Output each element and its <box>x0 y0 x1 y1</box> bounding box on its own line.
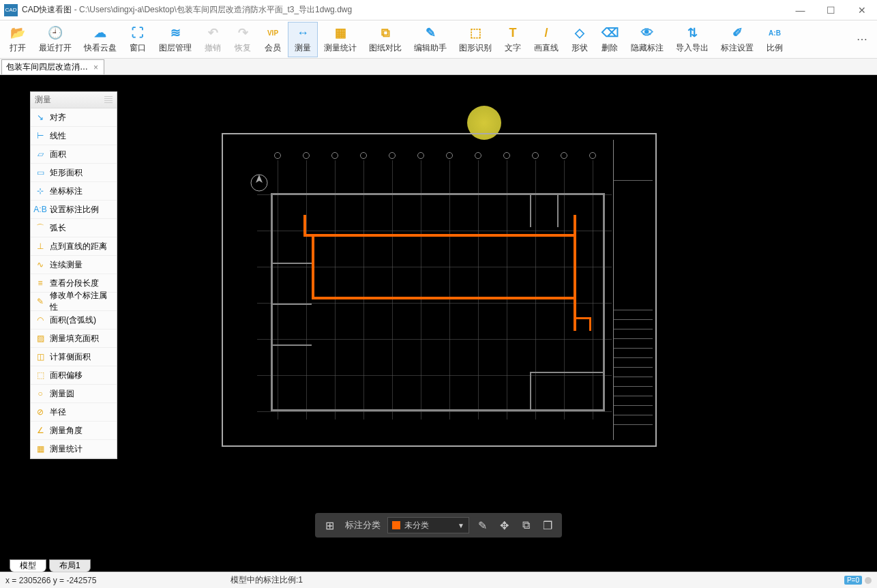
measure-item-icon: ◠ <box>33 314 47 325</box>
category-select[interactable]: 未分类 ▼ <box>387 517 469 533</box>
status-coordinates: x = 2305266 y = -242575 <box>5 576 142 585</box>
file-path: C:\Users\dingxj-a\Desktop\包装车间四层改造消防水平面_… <box>79 5 352 14</box>
file-tabbar: 包装车间四层改造消… × <box>0 59 877 75</box>
redo-button[interactable]: ↷恢复 <box>228 22 258 57</box>
line-button[interactable]: /画直线 <box>528 22 565 57</box>
shape-recog-label: 图形识别 <box>459 42 492 54</box>
measure-item-icon: ◫ <box>33 351 47 362</box>
compare-button[interactable]: ⧉图纸对比 <box>363 22 408 57</box>
grid-icon[interactable]: ⊞ <box>321 516 338 534</box>
open-label: 打开 <box>10 42 26 54</box>
layers-label: 图层管理 <box>159 42 192 54</box>
main-toolbar: 📂打开🕘最近打开☁快看云盘⛶窗口≋图层管理↶撤销↷恢复VIP会员↔测量▦测量统计… <box>0 20 877 59</box>
measure-item[interactable]: ⊥点到直线的距离 <box>31 237 117 256</box>
ratio-button[interactable]: A:B比例 <box>760 22 790 57</box>
line-icon: / <box>538 25 554 41</box>
measure-item-label: 坐标标注 <box>50 186 114 197</box>
annot-settings-button[interactable]: ✐标注设置 <box>715 22 760 57</box>
vip-label: 会员 <box>265 42 281 54</box>
file-tab[interactable]: 包装车间四层改造消… × <box>1 59 104 74</box>
window-label: 窗口 <box>130 42 146 54</box>
minimize-button[interactable]: — <box>785 0 816 20</box>
layers-icon[interactable]: ❐ <box>539 516 556 534</box>
layout-tabs: 模型布局1 <box>0 557 877 572</box>
measure-item[interactable]: ▨测量填充面积 <box>31 329 117 348</box>
measure-panel: 测量 ↘对齐⊢线性▱面积▭矩形面积⊹坐标标注A:B设置标注比例⌒弧长⊥点到直线的… <box>30 91 117 459</box>
layout-tab[interactable]: 布局1 <box>49 559 91 572</box>
text-button[interactable]: T文字 <box>498 22 528 57</box>
measure-item-icon: ⊘ <box>33 407 47 417</box>
layers-button[interactable]: ≋图层管理 <box>153 22 198 57</box>
maximize-button[interactable]: ☐ <box>816 0 846 20</box>
measure-item[interactable]: ○测量圆 <box>31 385 117 403</box>
measure-item[interactable]: ✎修改单个标注属性 <box>31 293 117 311</box>
recent-button[interactable]: 🕘最近打开 <box>33 22 78 57</box>
measure-item-label: 面积偏移 <box>50 370 114 381</box>
measure-item[interactable]: ∠测量角度 <box>31 422 117 440</box>
measure-item[interactable]: ▦测量统计 <box>31 440 117 458</box>
measure-item-icon: ⊹ <box>33 186 47 196</box>
edit-helper-button[interactable]: ✎编辑助手 <box>408 22 453 57</box>
measure-item[interactable]: ◠面积(含弧线) <box>31 311 117 329</box>
statusbar: x = 2305266 y = -242575 模型中的标注比例:1 P=0 <box>0 572 877 588</box>
open-button[interactable]: 📂打开 <box>3 22 33 57</box>
edit-helper-label: 编辑助手 <box>414 42 447 54</box>
app-icon: CAD <box>4 4 18 16</box>
measure-item[interactable]: ◫计算侧面积 <box>31 348 117 366</box>
drawing-canvas[interactable] <box>0 75 877 557</box>
shape-recog-button[interactable]: ⬚图形识别 <box>453 22 498 57</box>
copy-icon[interactable]: ⧉ <box>517 516 535 534</box>
drawing-content <box>230 140 609 440</box>
measure-item-label: 点到直线的距离 <box>50 241 114 252</box>
measure-item-icon: ⊥ <box>33 241 47 252</box>
move-icon[interactable]: ✥ <box>495 516 513 534</box>
measure-panel-header[interactable]: 测量 <box>31 92 117 108</box>
measure-item[interactable]: ⌒弧长 <box>31 219 117 237</box>
ratio-icon: A:B <box>767 25 783 41</box>
measure-item[interactable]: A:B设置标注比例 <box>31 201 117 219</box>
delete-icon: ⌫ <box>601 25 618 41</box>
window-button[interactable]: ⛶窗口 <box>123 22 153 57</box>
app-name: CAD快速看图 <box>22 5 72 14</box>
status-indicator-icon <box>865 577 872 584</box>
hide-annot-button[interactable]: 👁隐藏标注 <box>625 22 670 57</box>
measure-item[interactable]: ⊢线性 <box>31 127 117 145</box>
panel-grip-icon[interactable] <box>104 96 113 104</box>
shape-icon: ◇ <box>571 25 588 41</box>
workspace[interactable]: 测量 ↘对齐⊢线性▱面积▭矩形面积⊹坐标标注A:B设置标注比例⌒弧长⊥点到直线的… <box>0 75 877 557</box>
file-tab-close-icon[interactable]: × <box>92 63 100 72</box>
measure-item-label: 测量统计 <box>50 443 114 455</box>
measure-item-label: 对齐 <box>50 112 114 123</box>
drawing-frame <box>222 133 657 447</box>
shape-button[interactable]: ◇形状 <box>565 22 595 57</box>
file-tab-label: 包装车间四层改造消… <box>6 61 88 73</box>
measure-item[interactable]: ⬚面积偏移 <box>31 366 117 385</box>
close-button[interactable]: ✕ <box>846 0 877 20</box>
measure-item[interactable]: ∿连续测量 <box>31 256 117 274</box>
measure-item[interactable]: ▱面积 <box>31 145 117 164</box>
vip-icon: VIP <box>265 25 281 41</box>
stats-button[interactable]: ▦测量统计 <box>318 22 363 57</box>
measure-button[interactable]: ↔测量 <box>288 22 318 57</box>
cloud-button[interactable]: ☁快看云盘 <box>78 22 123 57</box>
measure-item[interactable]: ⊘半径 <box>31 403 117 422</box>
measure-item-icon: ∠ <box>33 425 47 436</box>
import-export-icon: ⇅ <box>684 25 700 41</box>
edit-icon[interactable]: ✎ <box>473 516 491 534</box>
status-scale: 模型中的标注比例:1 <box>231 574 303 586</box>
redo-label: 恢复 <box>235 42 251 54</box>
measure-item[interactable]: ↘对齐 <box>31 108 117 127</box>
measure-item[interactable]: ⊹坐标标注 <box>31 182 117 201</box>
titlebar: CAD CAD快速看图 - C:\Users\dingxj-a\Desktop\… <box>0 0 877 20</box>
measure-item-label: 测量圆 <box>50 388 114 400</box>
measure-item-icon: ✎ <box>33 296 47 307</box>
toolbar-more-icon[interactable]: ⋯ <box>850 33 874 46</box>
category-swatch <box>392 521 400 529</box>
import-export-button[interactable]: ⇅导入导出 <box>670 22 715 57</box>
vip-button[interactable]: VIP会员 <box>258 22 288 57</box>
measure-item-icon: ▱ <box>33 149 47 160</box>
delete-button[interactable]: ⌫删除 <box>595 22 625 57</box>
undo-button[interactable]: ↶撤销 <box>198 22 228 57</box>
layout-tab[interactable]: 模型 <box>10 559 46 572</box>
measure-item[interactable]: ▭矩形面积 <box>31 164 117 182</box>
